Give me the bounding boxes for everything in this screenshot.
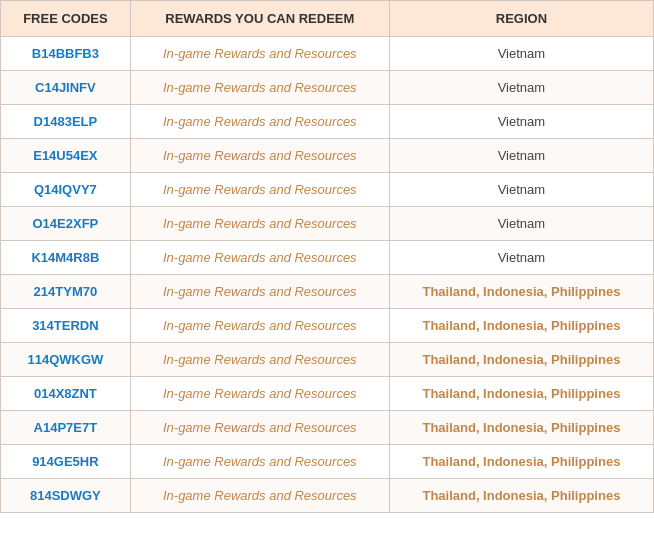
- table-row: 114QWKGWIn-game Rewards and ResourcesTha…: [1, 343, 654, 377]
- reward-cell: In-game Rewards and Resources: [130, 275, 389, 309]
- region-cell: Thailand, Indonesia, Philippines: [389, 479, 653, 513]
- code-cell: K14M4R8B: [1, 241, 131, 275]
- col-header-rewards: REWARDS YOU CAN REDEEM: [130, 1, 389, 37]
- table-row: 814SDWGYIn-game Rewards and ResourcesTha…: [1, 479, 654, 513]
- code-cell: O14E2XFP: [1, 207, 131, 241]
- region-cell: Thailand, Indonesia, Philippines: [389, 343, 653, 377]
- region-cell: Thailand, Indonesia, Philippines: [389, 309, 653, 343]
- table-row: E14U54EXIn-game Rewards and ResourcesVie…: [1, 139, 654, 173]
- region-cell: Vietnam: [389, 241, 653, 275]
- reward-cell: In-game Rewards and Resources: [130, 377, 389, 411]
- reward-cell: In-game Rewards and Resources: [130, 309, 389, 343]
- region-cell: Thailand, Indonesia, Philippines: [389, 411, 653, 445]
- reward-cell: In-game Rewards and Resources: [130, 139, 389, 173]
- table-header-row: FREE CODES REWARDS YOU CAN REDEEM REGION: [1, 1, 654, 37]
- reward-cell: In-game Rewards and Resources: [130, 37, 389, 71]
- code-cell: C14JINFV: [1, 71, 131, 105]
- code-cell: E14U54EX: [1, 139, 131, 173]
- table-row: O14E2XFPIn-game Rewards and ResourcesVie…: [1, 207, 654, 241]
- region-cell: Thailand, Indonesia, Philippines: [389, 445, 653, 479]
- region-cell: Vietnam: [389, 105, 653, 139]
- region-cell: Vietnam: [389, 71, 653, 105]
- table-row: 914GE5HRIn-game Rewards and ResourcesTha…: [1, 445, 654, 479]
- code-cell: 814SDWGY: [1, 479, 131, 513]
- region-cell: Vietnam: [389, 139, 653, 173]
- reward-cell: In-game Rewards and Resources: [130, 173, 389, 207]
- table-row: D1483ELPIn-game Rewards and ResourcesVie…: [1, 105, 654, 139]
- table-row: K14M4R8BIn-game Rewards and ResourcesVie…: [1, 241, 654, 275]
- reward-cell: In-game Rewards and Resources: [130, 479, 389, 513]
- code-cell: 314TERDN: [1, 309, 131, 343]
- reward-cell: In-game Rewards and Resources: [130, 105, 389, 139]
- table-row: 214TYM70In-game Rewards and ResourcesTha…: [1, 275, 654, 309]
- col-header-region: REGION: [389, 1, 653, 37]
- code-cell: D1483ELP: [1, 105, 131, 139]
- code-cell: Q14IQVY7: [1, 173, 131, 207]
- reward-cell: In-game Rewards and Resources: [130, 71, 389, 105]
- table-row: C14JINFVIn-game Rewards and ResourcesVie…: [1, 71, 654, 105]
- codes-table: FREE CODES REWARDS YOU CAN REDEEM REGION…: [0, 0, 654, 513]
- code-cell: 914GE5HR: [1, 445, 131, 479]
- table-row: B14BBFB3In-game Rewards and ResourcesVie…: [1, 37, 654, 71]
- code-cell: 114QWKGW: [1, 343, 131, 377]
- region-cell: Thailand, Indonesia, Philippines: [389, 377, 653, 411]
- code-cell: B14BBFB3: [1, 37, 131, 71]
- table-container: FREE CODES REWARDS YOU CAN REDEEM REGION…: [0, 0, 654, 513]
- reward-cell: In-game Rewards and Resources: [130, 445, 389, 479]
- reward-cell: In-game Rewards and Resources: [130, 207, 389, 241]
- reward-cell: In-game Rewards and Resources: [130, 241, 389, 275]
- table-row: 314TERDNIn-game Rewards and ResourcesTha…: [1, 309, 654, 343]
- code-cell: 214TYM70: [1, 275, 131, 309]
- region-cell: Vietnam: [389, 37, 653, 71]
- region-cell: Vietnam: [389, 173, 653, 207]
- table-row: A14P7E7TIn-game Rewards and ResourcesTha…: [1, 411, 654, 445]
- table-row: 014X8ZNTIn-game Rewards and ResourcesTha…: [1, 377, 654, 411]
- col-header-codes: FREE CODES: [1, 1, 131, 37]
- region-cell: Thailand, Indonesia, Philippines: [389, 275, 653, 309]
- reward-cell: In-game Rewards and Resources: [130, 343, 389, 377]
- reward-cell: In-game Rewards and Resources: [130, 411, 389, 445]
- code-cell: A14P7E7T: [1, 411, 131, 445]
- table-row: Q14IQVY7In-game Rewards and ResourcesVie…: [1, 173, 654, 207]
- code-cell: 014X8ZNT: [1, 377, 131, 411]
- region-cell: Vietnam: [389, 207, 653, 241]
